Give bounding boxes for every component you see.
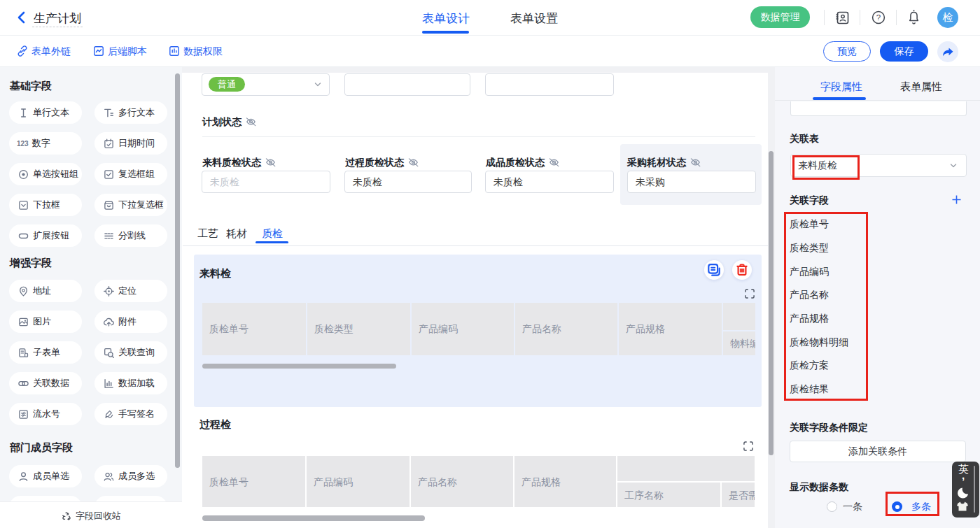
svg-text:?: ?: [876, 13, 881, 22]
